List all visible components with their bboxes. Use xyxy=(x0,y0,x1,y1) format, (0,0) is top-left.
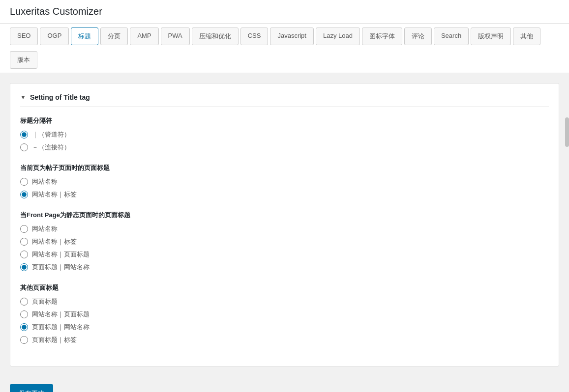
form-group-posts_page_title: 当前页为帖子页面时的页面标题网站名称网站名称｜标签 xyxy=(20,164,549,199)
tab-comments[interactable]: 评论 xyxy=(404,28,432,45)
content-area: ▼ Setting of Title tag 标题分隔符｜（管道符）－（连接符）… xyxy=(0,73,569,376)
save-button[interactable]: 保存更改 xyxy=(10,384,53,392)
radio-option-fpt_sitename_tag[interactable]: 网站名称｜标签 xyxy=(20,237,549,246)
radio-option-opt_sitename_pagetitle[interactable]: 网站名称｜页面标题 xyxy=(20,310,549,319)
page-header: Luxeritas Customizer SEOOGP标题分页AMPPWA压缩和… xyxy=(0,0,569,73)
scrollbar-indicator[interactable] xyxy=(565,117,569,147)
radio-input-opt_pagetitle_sitename[interactable] xyxy=(20,323,28,331)
form-group-label-posts_page_title: 当前页为帖子页面时的页面标题 xyxy=(20,164,549,172)
radio-option-opt_pagetitle_sitename[interactable]: 页面标题｜网站名称 xyxy=(20,323,549,332)
tabs-bar: SEOOGP标题分页AMPPWA压缩和优化CSSJavascriptLazy L… xyxy=(0,24,569,73)
radio-input-opt_pagetitle[interactable] xyxy=(20,298,28,306)
radio-input-fpt_sitename_pagetitle[interactable] xyxy=(20,251,28,258)
form-group-label-separator: 标题分隔符 xyxy=(20,116,549,125)
tab-biaoti[interactable]: 标题 xyxy=(71,28,98,45)
radio-label-ppt_sitename_tag: 网站名称｜标签 xyxy=(32,190,77,199)
radio-input-opt_pagetitle_tag[interactable] xyxy=(20,336,28,344)
radio-input-sep_pipe[interactable] xyxy=(20,131,28,139)
radio-option-fpt_sitename_pagetitle[interactable]: 网站名称｜页面标题 xyxy=(20,250,549,259)
radio-input-fpt_sitename[interactable] xyxy=(20,225,28,233)
radio-label-fpt_sitename_pagetitle: 网站名称｜页面标题 xyxy=(32,250,90,259)
radio-input-ppt_sitename_tag[interactable] xyxy=(20,191,28,198)
tab-css[interactable]: CSS xyxy=(240,28,269,45)
page-title: Luxeritas Customizer xyxy=(10,6,559,17)
tab-fonts[interactable]: 图标字体 xyxy=(362,28,402,45)
radio-label-opt_sitename_pagetitle: 网站名称｜页面标题 xyxy=(32,310,90,319)
radio-option-opt_pagetitle[interactable]: 页面标题 xyxy=(20,297,549,306)
radio-label-ppt_sitename: 网站名称 xyxy=(32,177,58,186)
tab-ogp[interactable]: OGP xyxy=(40,28,69,45)
radio-input-fpt_pagetitle_sitename[interactable] xyxy=(20,263,28,271)
form-group-front_page_title: 当Front Page为静态页面时的页面标题网站名称网站名称｜标签网站名称｜页面… xyxy=(20,211,549,272)
tab-other[interactable]: 其他 xyxy=(513,28,540,45)
radio-label-fpt_pagetitle_sitename: 页面标题｜网站名称 xyxy=(32,263,90,272)
form-group-separator: 标题分隔符｜（管道符）－（连接符） xyxy=(20,116,549,152)
form-group-label-other_page_title: 其他页面标题 xyxy=(20,283,549,292)
radio-option-fpt_sitename[interactable]: 网站名称 xyxy=(20,224,549,233)
tab-seo[interactable]: SEO xyxy=(10,28,38,45)
tab-fenye[interactable]: 分页 xyxy=(100,28,128,45)
form-group-other_page_title: 其他页面标题页面标题网站名称｜页面标题页面标题｜网站名称页面标题｜标签 xyxy=(20,283,549,344)
radio-option-opt_pagetitle_tag[interactable]: 页面标题｜标签 xyxy=(20,336,549,344)
radio-option-sep_pipe[interactable]: ｜（管道符） xyxy=(20,130,549,139)
radio-label-fpt_sitename_tag: 网站名称｜标签 xyxy=(32,237,77,246)
radio-input-fpt_sitename_tag[interactable] xyxy=(20,238,28,246)
tab-version[interactable]: 版本 xyxy=(10,51,37,69)
tab-amp[interactable]: AMP xyxy=(130,28,158,45)
form-groups: 标题分隔符｜（管道符）－（连接符）当前页为帖子页面时的页面标题网站名称网站名称｜… xyxy=(20,116,549,344)
tab-yasuo[interactable]: 压缩和优化 xyxy=(192,28,239,45)
tab-copyright[interactable]: 版权声明 xyxy=(471,28,511,45)
radio-label-sep_pipe: ｜（管道符） xyxy=(32,130,70,139)
radio-input-opt_sitename_pagetitle[interactable] xyxy=(20,310,28,318)
radio-label-opt_pagetitle_sitename: 页面标题｜网站名称 xyxy=(32,323,90,332)
radio-option-fpt_pagetitle_sitename[interactable]: 页面标题｜网站名称 xyxy=(20,263,549,272)
tab-lazyload[interactable]: Lazy Load xyxy=(316,28,360,45)
radio-input-ppt_sitename[interactable] xyxy=(20,178,28,186)
radio-option-sep_dash[interactable]: －（连接符） xyxy=(20,143,549,152)
radio-option-ppt_sitename_tag[interactable]: 网站名称｜标签 xyxy=(20,190,549,199)
section-title: Setting of Title tag xyxy=(30,93,90,101)
section-card: ▼ Setting of Title tag 标题分隔符｜（管道符）－（连接符）… xyxy=(10,83,559,366)
radio-option-ppt_sitename[interactable]: 网站名称 xyxy=(20,177,549,186)
chevron-icon: ▼ xyxy=(20,94,26,101)
radio-input-sep_dash[interactable] xyxy=(20,143,28,151)
tab-search[interactable]: Search xyxy=(434,28,469,45)
section-header: ▼ Setting of Title tag xyxy=(20,93,549,107)
radio-label-fpt_sitename: 网站名称 xyxy=(32,224,58,233)
tab-pwa[interactable]: PWA xyxy=(161,28,190,45)
radio-label-opt_pagetitle_tag: 页面标题｜标签 xyxy=(32,336,77,344)
tab-javascript[interactable]: Javascript xyxy=(270,28,314,45)
form-group-label-front_page_title: 当Front Page为静态页面时的页面标题 xyxy=(20,211,549,220)
radio-label-sep_dash: －（连接符） xyxy=(32,143,70,152)
save-area: 保存更改 xyxy=(0,376,569,392)
radio-label-opt_pagetitle: 页面标题 xyxy=(32,297,58,306)
